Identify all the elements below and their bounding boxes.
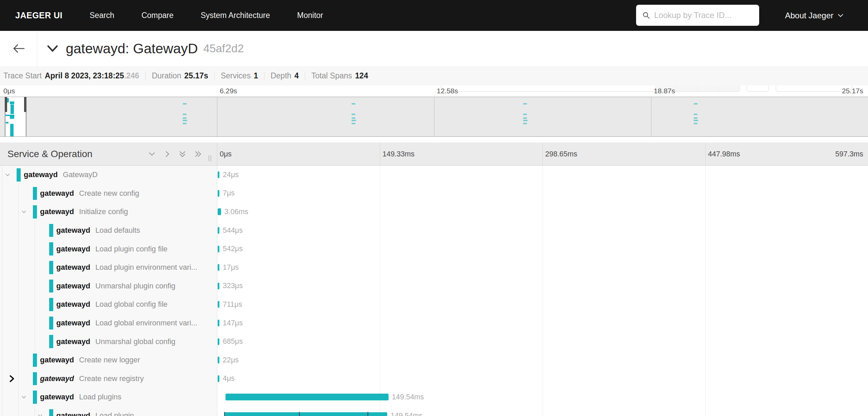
span-row[interactable]: gatewayd Unmarshal plugin config 323μs [0,277,868,296]
span-track[interactable]: 711μs [217,295,868,314]
span-duration-bar[interactable] [218,283,219,289]
minimap-viewport[interactable] [5,97,26,136]
span-track[interactable]: 3.06ms [217,203,868,221]
span-children-toggle[interactable] [21,209,27,215]
span-name-cell[interactable]: gatewayd Load plugin config file [0,240,217,258]
timeline-tick-label: 597.3ms [835,143,863,166]
span-row[interactable]: gatewayd Create new config 7μs [0,184,868,203]
span-name-cell[interactable]: gatewayd Unmarshal global config [0,332,217,351]
operation-name: Load defaults [95,226,140,235]
span-children-toggle[interactable] [21,394,27,400]
span-duration-bar[interactable] [218,264,219,271]
span-row[interactable]: gatewayd Initialize config 3.06ms [0,203,868,221]
span-duration-bar[interactable] [218,190,219,197]
expand-one-level-button[interactable] [149,151,155,157]
column-resize-handle[interactable] [209,155,213,161]
collapse-all-button[interactable] [194,151,202,157]
span-row[interactable]: gatewayd Load plugin environment vari...… [0,258,868,277]
indent-guide [35,295,35,314]
span-name-cell[interactable]: gatewayd Create new config [0,184,217,203]
span-track[interactable]: 685μs [217,332,868,351]
span-track[interactable]: 4μs [217,370,868,388]
span-row[interactable]: gatewayd Unmarshal global config 685μs [0,332,868,351]
span-row[interactable]: gatewayd Create new logger 22μs [0,351,868,370]
span-duration-bar[interactable] [224,412,387,416]
service-color-bar [33,205,37,219]
span-name-cell[interactable]: gatewayd GatewayD [0,166,217,184]
span-duration-bar[interactable] [218,375,219,382]
span-name-cell[interactable]: gatewayd Create new registry [0,370,217,388]
minimap-left-handle[interactable] [5,97,7,112]
span-track[interactable]: 542μs [217,240,868,258]
service-name: gatewayd [56,319,90,327]
minimap-span-dash [694,117,697,119]
span-row[interactable]: gatewayd Load global config file 711μs [0,295,868,314]
span-name-cell[interactable]: gatewayd Load plugin environment vari... [0,258,217,277]
back-button[interactable] [0,31,37,66]
child-span-tick [299,412,300,416]
meta-divider [214,72,215,80]
span-children-toggle[interactable] [37,413,43,416]
minimap-right-handle[interactable] [24,97,26,112]
expand-all-button[interactable] [179,150,186,158]
minimap-span-mark [10,101,14,104]
about-jaeger-menu[interactable]: About Jaeger [785,0,844,31]
span-track[interactable]: 147μs [217,314,868,333]
trace-id-search-input[interactable] [654,11,753,20]
span-track[interactable]: 7μs [217,184,868,203]
nav-item-compare[interactable]: Compare [141,11,174,20]
span-duration-bar[interactable] [218,320,219,326]
indent-guide [35,406,35,416]
indent-guide [2,370,2,388]
indent-guide [2,166,2,184]
span-duration-bar[interactable] [218,208,221,215]
span-children-toggle[interactable] [5,172,11,178]
minimap-span-dash [523,114,527,115]
span-name-cell[interactable]: gatewayd Load plugin [0,406,217,416]
span-track[interactable]: 22μs [217,351,868,370]
trace-minimap[interactable] [0,97,868,137]
span-name-cell[interactable]: gatewayd Load plugins [0,388,217,406]
span-row[interactable]: gatewayd GatewayD 24μs [0,166,868,184]
span-duration-bar[interactable] [218,171,219,178]
span-duration-label: 149.54ms [391,406,422,416]
span-duration-bar[interactable] [218,301,219,308]
collapse-trace-chevron[interactable] [47,45,58,52]
span-name-cell[interactable]: gatewayd Unmarshal plugin config [0,277,217,296]
trace-id-search[interactable] [636,5,759,26]
operation-name: GatewayD [63,170,98,179]
span-duration-bar[interactable] [225,394,389,400]
indent-guide [2,351,2,370]
span-name-cell[interactable]: gatewayd Load global config file [0,295,217,314]
nav-item-monitor[interactable]: Monitor [297,11,323,20]
span-row[interactable]: gatewayd Load defaults 544μs [0,221,868,240]
nav-item-search[interactable]: Search [90,11,114,20]
span-row[interactable]: gatewayd Load global environment vari...… [0,314,868,333]
minimap-span-dash [183,103,186,105]
span-name-cell[interactable]: gatewayd Create new logger [0,351,217,370]
span-row[interactable]: gatewayd Create new registry 4μs [0,370,868,388]
app-logo[interactable]: JAEGER UI [15,11,62,20]
span-row[interactable]: gatewayd Load plugin config file 542μs [0,240,868,258]
span-track[interactable]: 544μs [217,221,868,240]
span-name-cell[interactable]: gatewayd Initialize config [0,203,217,221]
span-row[interactable]: gatewayd Load plugin 149.54ms [0,406,868,416]
collapse-one-level-button[interactable] [164,151,171,157]
span-duration-bar[interactable] [218,227,219,234]
span-track[interactable]: 149.54ms [217,406,868,416]
span-track[interactable]: 149.54ms [217,388,868,406]
span-name-cell[interactable]: gatewayd Load defaults [0,221,217,240]
span-children-toggle[interactable] [7,374,15,383]
service-name: gatewayd [56,282,90,290]
nav-item-system-architecture[interactable]: System Architecture [201,11,270,20]
span-track[interactable]: 24μs [217,166,868,184]
chevron-down-icon [47,45,58,52]
span-track[interactable]: 323μs [217,277,868,296]
span-row[interactable]: gatewayd Load plugins 149.54ms [0,388,868,406]
span-duration-bar[interactable] [218,338,219,345]
span-track[interactable]: 17μs [217,258,868,277]
span-duration-bar[interactable] [218,246,219,252]
span-duration-bar[interactable] [218,357,219,363]
span-name-cell[interactable]: gatewayd Load global environment vari... [0,314,217,333]
service-name: gatewayd [56,245,90,253]
